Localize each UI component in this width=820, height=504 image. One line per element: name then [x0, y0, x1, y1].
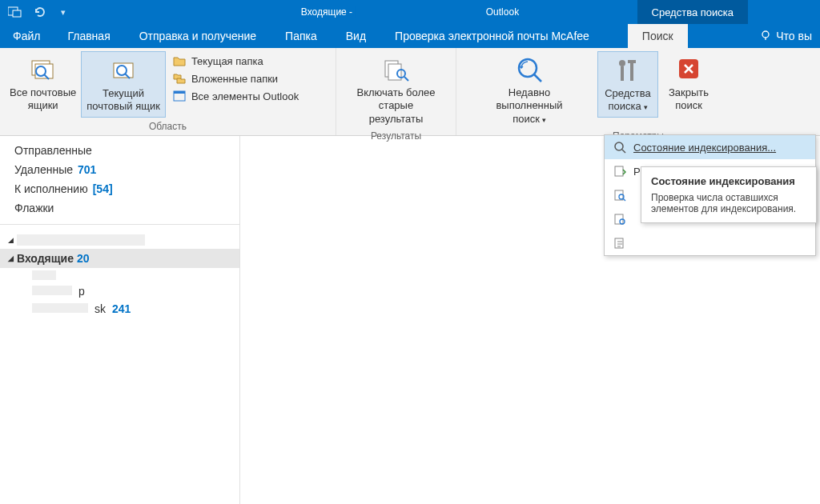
nav-flags[interactable]: Флажки — [0, 198, 239, 218]
folder-nav: Отправленные Удаленные 701 К исполнению … — [0, 136, 240, 504]
nav-inbox-count: 20 — [77, 252, 90, 265]
undo-icon[interactable] — [29, 2, 50, 22]
nav-subfolder-1[interactable] — [0, 268, 239, 282]
svg-rect-5 — [35, 64, 53, 78]
all-mailboxes-icon — [27, 54, 59, 83]
qat-customize-icon[interactable]: ▾ — [53, 2, 74, 22]
menu-indexing-status-label: Состояние индексирования... — [633, 142, 807, 154]
title-prefix: Входящие - — [301, 6, 356, 18]
nav-deleted-label: Удаленные — [14, 163, 73, 176]
include-older-label: Включать более старые результаты — [352, 86, 440, 126]
tab-send-receive[interactable]: Отправка и получение — [125, 24, 271, 48]
menu-item-2-icon — [613, 164, 627, 178]
tell-me[interactable]: Что вы — [752, 24, 820, 48]
tab-search[interactable]: Поиск — [628, 24, 688, 48]
tooltip-body: Проверка числа оставшихся элементов для … — [651, 192, 806, 214]
all-outlook-items-label: Все элементы Outlook — [191, 90, 299, 102]
bulb-icon — [760, 30, 771, 43]
nav-subfolder-2[interactable]: р — [0, 282, 239, 300]
close-search-icon — [673, 54, 705, 83]
nav-subfolder-3[interactable]: sk 241 — [0, 300, 239, 318]
nav-inbox-label: Входящие — [17, 252, 74, 265]
recent-searches-label: Недавно выполненный поиск▾ — [485, 86, 573, 126]
recent-searches-icon — [513, 54, 545, 83]
current-mailbox-icon — [107, 55, 139, 84]
include-older-button[interactable]: Включать более старые результаты — [348, 51, 445, 129]
collapse-icon: ◢ — [8, 254, 14, 262]
nav-separator — [0, 224, 239, 225]
menu-item-4-icon — [613, 212, 627, 226]
menu-item-5-icon — [613, 236, 627, 250]
title-redacted — [355, 6, 483, 18]
qat-mail-icon[interactable] — [5, 2, 26, 22]
search-tools-icon — [612, 55, 644, 84]
group-results: Включать более старые результаты Результ… — [336, 48, 456, 135]
svg-rect-21 — [630, 63, 633, 81]
nav-deleted[interactable]: Удаленные 701 — [0, 160, 239, 179]
tab-folder[interactable]: Папка — [271, 24, 332, 48]
svg-rect-22 — [628, 60, 636, 63]
subfolder-3-suffix: sk — [94, 302, 106, 315]
close-search-label: Закрыть поиск — [669, 86, 709, 113]
tab-view[interactable]: Вид — [332, 24, 380, 48]
all-mailboxes-label: Все почтовые ящики — [10, 86, 76, 113]
ribbon: Все почтовые ящики Текущий почтовый ящик… — [0, 48, 820, 136]
all-mailboxes-button[interactable]: Все почтовые ящики — [5, 51, 81, 116]
nav-followup-label: К исполнению — [14, 182, 88, 195]
svg-point-20 — [619, 60, 625, 66]
svg-point-2 — [762, 31, 769, 38]
indexing-status-icon — [613, 140, 627, 154]
outlook-items-icon — [172, 90, 187, 102]
nav-flags-label: Флажки — [14, 202, 54, 214]
include-older-icon — [380, 54, 412, 83]
tab-home[interactable]: Главная — [53, 24, 124, 48]
nav-sent-label: Отправленные — [14, 144, 92, 157]
search-tools-button[interactable]: Средства поиска▾ — [597, 51, 658, 118]
subfolders-button[interactable]: Вложенные папки — [169, 70, 302, 86]
window-title: Входящие - Outlook — [301, 6, 519, 18]
menu-item-5[interactable] — [605, 231, 815, 255]
current-folder-button[interactable]: Текущая папка — [169, 53, 302, 69]
subfolder-2-redacted — [32, 286, 72, 295]
svg-rect-1 — [13, 10, 21, 17]
current-mailbox-label: Текущий почтовый ящик — [86, 87, 160, 114]
subfolder-1-redacted — [32, 270, 56, 280]
tooltip-title: Состояние индексирования — [651, 175, 806, 187]
scope-stack: Текущая папка Вложенные папки Все элемен… — [169, 51, 302, 104]
ribbon-tabs: Файл Главная Отправка и получение Папка … — [0, 24, 820, 48]
account-name-redacted — [17, 234, 145, 246]
svg-line-25 — [622, 150, 625, 153]
close-search-button[interactable]: Закрыть поиск — [658, 51, 719, 116]
svg-rect-12 — [174, 91, 185, 94]
menu-item-3-icon — [613, 188, 627, 202]
nav-account[interactable]: ◢ — [0, 231, 239, 249]
nav-inbox[interactable]: ◢ Входящие 20 — [0, 249, 239, 268]
svg-point-24 — [615, 142, 623, 150]
quick-access-toolbar: ▾ — [0, 2, 78, 22]
svg-rect-26 — [615, 166, 623, 176]
group-scope: Все почтовые ящики Текущий почтовый ящик… — [0, 48, 336, 135]
svg-line-18 — [534, 74, 541, 82]
current-folder-label: Текущая папка — [191, 55, 263, 67]
tab-file[interactable]: Файл — [0, 24, 53, 48]
all-outlook-items-button[interactable]: Все элементы Outlook — [169, 88, 302, 104]
current-mailbox-button[interactable]: Текущий почтовый ящик — [81, 51, 166, 118]
tooltip-indexing-status: Состояние индексирования Проверка числа … — [641, 166, 817, 223]
nav-deleted-count: 701 — [78, 163, 96, 176]
tab-mcafee[interactable]: Проверка электронной почты McAfee — [380, 24, 604, 48]
recent-searches-button[interactable]: Недавно выполненный поиск▾ — [461, 51, 597, 129]
nav-followup-count: 54 — [93, 182, 113, 195]
title-suffix: Outlook — [486, 6, 519, 18]
subfolder-3-count: 241 — [112, 302, 131, 315]
nav-sent[interactable]: Отправленные — [0, 141, 239, 160]
collapse-icon: ◢ — [8, 236, 14, 244]
svg-line-16 — [404, 77, 408, 81]
group-results-label: Результаты — [336, 129, 456, 145]
subfolder-2-suffix: р — [78, 285, 85, 298]
svg-rect-19 — [621, 66, 624, 81]
nav-followup[interactable]: К исполнению 54 — [0, 179, 239, 198]
menu-indexing-status[interactable]: Состояние индексирования... — [605, 135, 815, 159]
group-scope-label: Область — [0, 119, 336, 135]
subfolder-3-redacted — [32, 303, 88, 313]
context-tab-search-tools[interactable]: Средства поиска — [637, 0, 748, 24]
